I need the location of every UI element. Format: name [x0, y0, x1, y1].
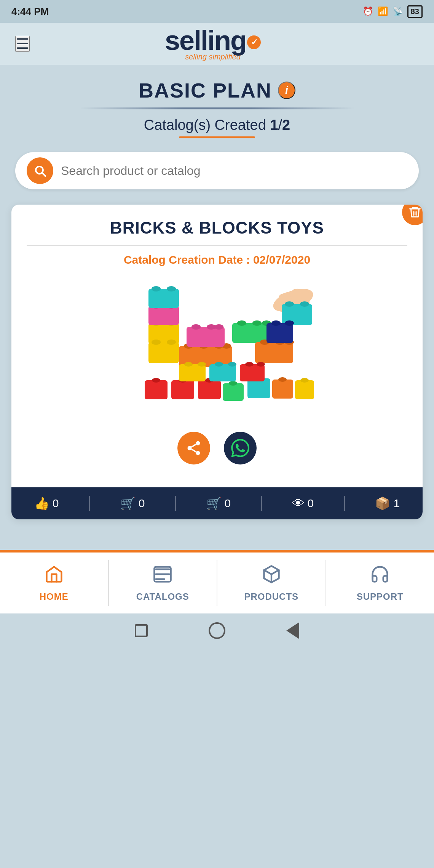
svg-point-41 — [152, 378, 160, 383]
svg-line-66 — [191, 449, 196, 452]
lego-blocks-illustration — [118, 277, 316, 418]
main-content: BASIC PLAN i Catalog(s) Created 1/2 — [0, 65, 434, 531]
catalog-card: BRICKS & BLOCKS TOYS Catalog Creation Da… — [11, 205, 423, 519]
android-circle-icon — [209, 622, 225, 639]
bottom-nav: HOME CATALOGS PRODUCTS SUPPORT — [0, 553, 434, 613]
plan-divider — [46, 107, 388, 109]
wifi-icon: 📡 — [393, 6, 403, 16]
svg-point-53 — [300, 378, 309, 383]
svg-rect-50 — [272, 380, 293, 399]
svg-rect-54 — [179, 364, 206, 381]
svg-point-28 — [214, 324, 223, 330]
stat-divider-2 — [175, 496, 176, 511]
android-home-btn[interactable] — [209, 622, 225, 639]
svg-line-67 — [191, 444, 196, 447]
svg-point-64 — [188, 446, 192, 450]
box-icon: 📦 — [375, 496, 390, 511]
wishlist-count: 0 — [139, 497, 145, 510]
search-input[interactable] — [61, 164, 407, 178]
svg-point-56 — [198, 362, 206, 367]
card-stats-bar: 👍 0 🛒 0 🛒 0 👁 0 📦 1 — [11, 487, 423, 519]
svg-point-61 — [245, 362, 254, 367]
products-count: 1 — [393, 497, 400, 510]
svg-point-47 — [229, 381, 237, 386]
svg-point-26 — [191, 324, 201, 330]
svg-point-12 — [152, 340, 161, 345]
logo: selling✓ selling simplified — [165, 27, 261, 61]
stat-views: 👁 0 — [292, 496, 314, 511]
catalog-date-divider — [27, 245, 407, 246]
nav-products[interactable]: PRODUCTS — [217, 553, 326, 613]
nav-products-label: PRODUCTS — [244, 591, 298, 602]
nav-catalogs-label: CATALOGS — [136, 591, 189, 602]
svg-point-6 — [285, 301, 294, 307]
svg-point-30 — [237, 320, 246, 326]
catalog-date: Catalog Creation Date : 02/07/2020 — [27, 253, 407, 266]
android-square-icon — [135, 624, 148, 637]
plan-title: BASIC PLAN — [139, 78, 272, 102]
svg-point-63 — [196, 441, 200, 445]
svg-rect-14 — [148, 306, 179, 325]
svg-rect-57 — [209, 364, 236, 381]
stat-likes: 👍 0 — [34, 496, 59, 511]
share-icon — [185, 440, 202, 456]
svg-point-7 — [300, 301, 309, 307]
logo-check-icon: ✓ — [247, 35, 261, 49]
svg-rect-25 — [187, 327, 225, 347]
nav-support[interactable]: SUPPORT — [326, 553, 434, 613]
stat-divider-3 — [261, 496, 262, 511]
card-body: BRICKS & BLOCKS TOYS Catalog Creation Da… — [11, 205, 423, 487]
nav-support-label: SUPPORT — [357, 591, 404, 602]
catalog-count: Catalog(s) Created 1/2 — [15, 117, 419, 133]
svg-point-38 — [271, 320, 281, 326]
svg-rect-52 — [295, 380, 314, 399]
status-icons: ⏰ 📶 📡 83 — [363, 5, 423, 18]
orange-underline — [179, 136, 255, 138]
search-icon — [33, 163, 47, 178]
thumbs-up-icon: 👍 — [34, 496, 49, 511]
svg-rect-37 — [266, 323, 293, 343]
svg-rect-60 — [240, 364, 265, 381]
svg-point-39 — [285, 320, 294, 326]
svg-rect-33 — [255, 342, 293, 363]
svg-point-18 — [152, 286, 161, 291]
android-recent-btn[interactable] — [135, 624, 148, 637]
logo-text: selling✓ — [165, 27, 261, 54]
support-icon — [370, 564, 390, 588]
svg-rect-44 — [198, 380, 221, 399]
views-count: 0 — [308, 497, 314, 510]
search-container — [0, 152, 434, 189]
svg-point-55 — [184, 362, 193, 367]
likes-count: 0 — [53, 497, 59, 510]
android-back-btn[interactable] — [286, 622, 299, 639]
nav-home[interactable]: HOME — [0, 553, 108, 613]
nav-home-label: HOME — [40, 591, 69, 602]
cart-count: 0 — [225, 497, 231, 510]
whatsapp-icon — [231, 439, 249, 457]
stat-divider-1 — [89, 496, 90, 511]
home-icon — [44, 564, 64, 588]
status-time: 4:44 PM — [11, 6, 49, 18]
svg-point-51 — [278, 377, 287, 382]
search-button[interactable] — [27, 157, 53, 184]
whatsapp-button[interactable] — [224, 432, 257, 464]
info-button[interactable]: i — [278, 82, 295, 99]
share-button[interactable] — [177, 432, 210, 464]
svg-rect-40 — [145, 380, 168, 399]
svg-point-59 — [228, 362, 236, 367]
header: ☰ selling✓ selling simplified — [0, 23, 434, 65]
android-bar — [0, 613, 434, 648]
status-bar: 4:44 PM ⏰ 📶 📡 83 — [0, 0, 434, 23]
signal-icon: 📶 — [378, 6, 388, 16]
catalogs-icon — [153, 564, 172, 588]
stat-divider-4 — [344, 496, 345, 511]
catalog-title: BRICKS & BLOCKS TOYS — [27, 218, 407, 237]
svg-point-13 — [167, 340, 176, 345]
stat-products: 📦 1 — [375, 496, 400, 511]
svg-rect-42 — [171, 380, 194, 399]
svg-rect-46 — [223, 383, 244, 401]
hamburger-menu[interactable]: ☰ — [15, 36, 30, 52]
nav-catalogs[interactable]: CATALOGS — [109, 553, 217, 613]
catalog-image — [27, 275, 407, 420]
svg-point-65 — [196, 451, 200, 455]
